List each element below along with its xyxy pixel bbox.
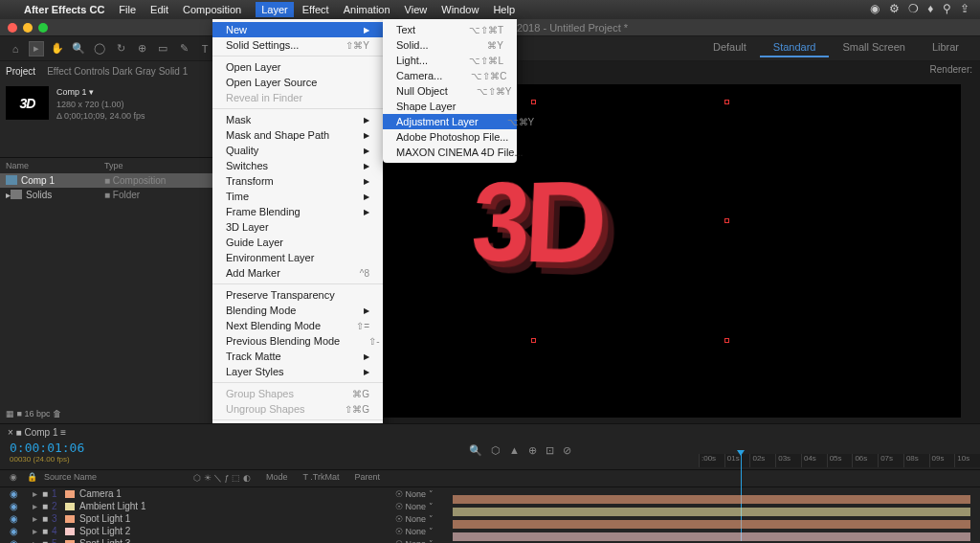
project-panel: Project Effect Controls Dark Gray Solid … <box>0 61 215 444</box>
menu-item[interactable]: Frame Blending <box>212 204 383 219</box>
timecode-sub: 00030 (24.00 fps) <box>10 455 459 464</box>
menu-item[interactable]: Add Marker^8 <box>212 265 383 281</box>
menu-item[interactable]: Open Layer <box>212 59 383 75</box>
menu-file[interactable]: File <box>119 4 136 15</box>
menu-item[interactable]: New <box>212 22 383 37</box>
menu-item: Reveal in Finder <box>212 90 383 105</box>
menu-view[interactable]: View <box>405 4 428 15</box>
selection-tool-icon[interactable]: ▸ <box>29 41 44 57</box>
timeline-switches-icons[interactable]: 🔍 ⬡ ▲ ⊕ ⊡ ⊘ <box>469 444 574 457</box>
workspace-tab-standard[interactable]: Standard <box>760 38 830 57</box>
layer-handle[interactable] <box>724 338 729 343</box>
rotate-tool-icon[interactable]: ↻ <box>113 41 128 57</box>
layer-handle[interactable] <box>724 100 729 104</box>
submenu-item[interactable]: Null Object⌥⇧⌘Y <box>383 83 517 99</box>
menu-edit[interactable]: Edit <box>150 4 168 15</box>
app-name[interactable]: After Effects CC <box>24 4 104 15</box>
workspace-tabs: Default Standard Small Screen Librar <box>700 38 972 57</box>
menu-effect[interactable]: Effect <box>302 4 329 15</box>
submenu-item[interactable]: Shape Layer <box>383 99 517 114</box>
menu-item[interactable]: Mask and Shape Path <box>212 127 383 143</box>
menu-help[interactable]: Help <box>493 4 515 15</box>
menu-window[interactable]: Window <box>441 4 479 15</box>
project-item-comp[interactable]: Comp 1 ■ Composition <box>0 173 215 188</box>
submenu-item[interactable]: Solid...⌘Y <box>383 37 517 53</box>
menu-item[interactable]: Next Blending Mode⇧= <box>212 318 383 333</box>
tab-project[interactable]: Project <box>6 66 35 77</box>
zoom-tool-icon[interactable]: 🔍 <box>71 41 86 57</box>
timeline-layer[interactable]: ◉▸■1Camera 1 ☉ None ˅ <box>0 487 980 500</box>
menu-item[interactable]: Layer Styles <box>212 364 383 379</box>
submenu-item[interactable]: Adobe Photoshop File... <box>383 129 517 145</box>
window-title: Adobe After Effects CC 2018 - Untitled P… <box>54 22 980 34</box>
menu-item: Group Shapes⌘G <box>212 386 383 401</box>
workspace-tab-libraries[interactable]: Librar <box>919 38 972 57</box>
menu-item[interactable]: Blending Mode <box>212 303 383 318</box>
layer-handle[interactable] <box>531 100 536 104</box>
comp-metadata: Comp 1 ▾ 1280 x 720 (1.00) Δ 0;00;10;09,… <box>56 86 145 123</box>
workspace-tab-smallscreen[interactable]: Small Screen <box>829 38 918 57</box>
mac-menubar: After Effects CC File Edit Composition L… <box>0 0 980 19</box>
pen-tool-icon[interactable]: ✎ <box>176 41 191 57</box>
text-tool-icon[interactable]: T <box>197 41 212 57</box>
layer-handle[interactable] <box>531 338 536 343</box>
menu-composition[interactable]: Composition <box>183 4 241 15</box>
menu-item[interactable]: Environment Layer <box>212 250 383 265</box>
window-close-button[interactable] <box>8 23 17 33</box>
menu-item[interactable]: Preserve Transparency <box>212 287 383 303</box>
tab-effect-controls[interactable]: Effect Controls Dark Gray Solid 1 <box>47 66 188 77</box>
menu-item[interactable]: Switches <box>212 158 383 173</box>
col-name[interactable]: Name <box>6 161 104 170</box>
timecode[interactable]: 0:00:01:06 <box>10 441 84 455</box>
menu-item: Ungroup Shapes⇧⌘G <box>212 401 383 417</box>
workspace-tab-default[interactable]: Default <box>700 38 760 57</box>
window-zoom-button[interactable] <box>38 23 48 33</box>
submenu-item[interactable]: Camera...⌥⇧⌘C <box>383 68 517 83</box>
comp-thumbnail[interactable]: 3D <box>6 86 49 120</box>
menu-item[interactable]: 3D Layer <box>212 219 383 235</box>
menu-item[interactable]: Mask <box>212 112 383 127</box>
menu-item[interactable]: Quality <box>212 143 383 158</box>
menu-item[interactable]: Time <box>212 189 383 204</box>
submenu-item[interactable]: Adjustment Layer⌥⌘Y <box>383 114 517 129</box>
menu-item[interactable]: Open Layer Source <box>212 75 383 90</box>
menu-animation[interactable]: Animation <box>344 4 390 15</box>
3d-text-layer[interactable]: 3D <box>468 154 603 291</box>
menu-item[interactable]: Solid Settings...⇧⌘Y <box>212 37 383 53</box>
orbit-tool-icon[interactable]: ◯ <box>92 41 107 57</box>
rect-tool-icon[interactable]: ▭ <box>155 41 170 57</box>
timeline-tab[interactable]: Comp 1 <box>24 427 57 438</box>
bpc-indicator[interactable]: ▦ ■ 16 bpc 🗑 <box>6 409 61 419</box>
menu-item[interactable]: Guide Layer <box>212 235 383 250</box>
submenu-item[interactable]: MAXON CINEMA 4D File... <box>383 145 517 160</box>
menu-item[interactable]: Transform <box>212 173 383 189</box>
layer-new-submenu: Text⌥⇧⌘TSolid...⌘YLight...⌥⇧⌘LCamera...⌥… <box>383 19 517 163</box>
hand-tool-icon[interactable]: ✋ <box>50 41 65 57</box>
menu-item[interactable]: Previous Blending Mode⇧- <box>212 333 383 349</box>
submenu-item[interactable]: Text⌥⇧⌘T <box>383 22 517 37</box>
menu-layer[interactable]: Layer <box>256 2 294 17</box>
home-icon[interactable]: ⌂ <box>8 41 23 57</box>
timeline-panel: × ■ Comp 1 ≡ 0:00:01:06 00030 (24.00 fps… <box>0 423 980 543</box>
submenu-item[interactable]: Light...⌥⇧⌘L <box>383 53 517 68</box>
menubar-status-icons: ◉ ⚙ ❍ ♦ ⚲ ⇪ <box>870 2 972 15</box>
project-item-solids[interactable]: ▸Solids ■ Folder <box>0 188 215 202</box>
window-minimize-button[interactable] <box>23 23 33 33</box>
menu-item[interactable]: Track Matte <box>212 349 383 364</box>
anchor-tool-icon[interactable]: ⊕ <box>134 41 149 57</box>
col-type[interactable]: Type <box>104 161 210 170</box>
layer-handle[interactable] <box>724 218 729 223</box>
